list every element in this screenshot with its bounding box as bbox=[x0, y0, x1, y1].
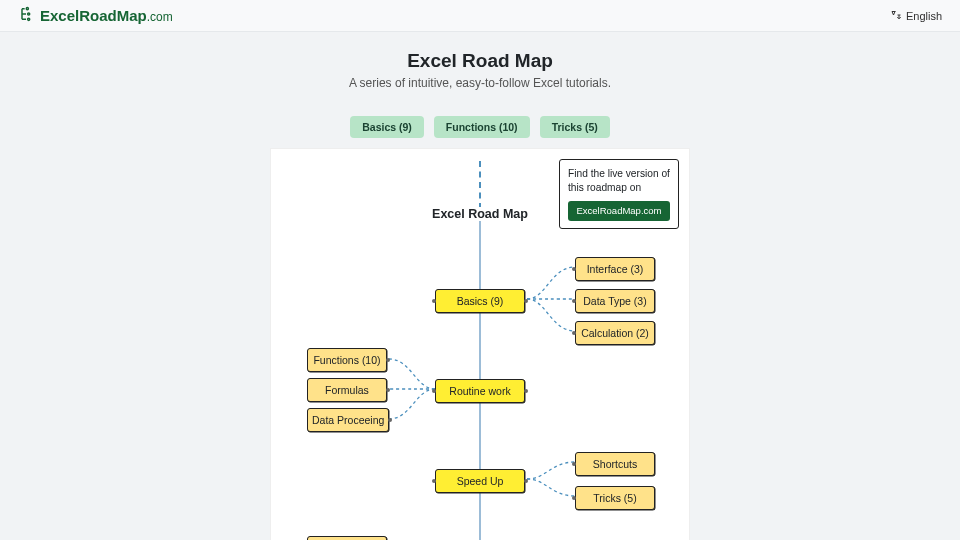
hero: Excel Road Map A series of intuitive, ea… bbox=[0, 32, 960, 102]
callout-text: Find the live version of this roadmap on bbox=[568, 168, 670, 193]
node-datatype[interactable]: Data Type (3) bbox=[575, 289, 655, 313]
node-speedup[interactable]: Speed Up bbox=[435, 469, 525, 493]
list-tree-icon bbox=[18, 6, 34, 25]
node-shortcuts[interactable]: Shortcuts bbox=[575, 452, 655, 476]
node-interface[interactable]: Interface (3) bbox=[575, 257, 655, 281]
category-chips: Basics (9) Functions (10) Tricks (5) bbox=[0, 116, 960, 138]
language-selector[interactable]: English bbox=[890, 9, 942, 23]
node-basics[interactable]: Basics (9) bbox=[435, 289, 525, 313]
node-macro[interactable]: Macro bbox=[307, 536, 387, 540]
svg-point-2 bbox=[28, 18, 30, 20]
svg-point-0 bbox=[26, 8, 28, 10]
chip-functions[interactable]: Functions (10) bbox=[434, 116, 530, 138]
map-title: Excel Road Map bbox=[428, 207, 532, 221]
svg-point-1 bbox=[28, 13, 30, 15]
page-subtitle: A series of intuitive, easy-to-follow Ex… bbox=[0, 76, 960, 90]
chip-basics[interactable]: Basics (9) bbox=[350, 116, 424, 138]
node-dataproc[interactable]: Data Proceeing bbox=[307, 408, 389, 432]
callout-box: Find the live version of this roadmap on… bbox=[559, 159, 679, 229]
chip-tricks[interactable]: Tricks (5) bbox=[540, 116, 610, 138]
trunk-dashed bbox=[479, 161, 481, 209]
node-routine[interactable]: Routine work bbox=[435, 379, 525, 403]
node-calculation[interactable]: Calculation (2) bbox=[575, 321, 655, 345]
roadmap-canvas: Excel Road Map Basics (9) Routine work S… bbox=[270, 148, 690, 540]
logo-suffix: .com bbox=[147, 10, 173, 24]
logo-text: ExcelRoadMap bbox=[40, 7, 147, 24]
site-logo[interactable]: ExcelRoadMap.com bbox=[18, 6, 173, 25]
node-tricks[interactable]: Tricks (5) bbox=[575, 486, 655, 510]
globe-icon bbox=[890, 9, 902, 23]
callout-button[interactable]: ExcelRoadMap.com bbox=[568, 201, 670, 222]
page-title: Excel Road Map bbox=[0, 50, 960, 72]
node-functions[interactable]: Functions (10) bbox=[307, 348, 387, 372]
site-header: ExcelRoadMap.com English bbox=[0, 0, 960, 32]
language-label: English bbox=[906, 10, 942, 22]
node-formulas[interactable]: Formulas bbox=[307, 378, 387, 402]
